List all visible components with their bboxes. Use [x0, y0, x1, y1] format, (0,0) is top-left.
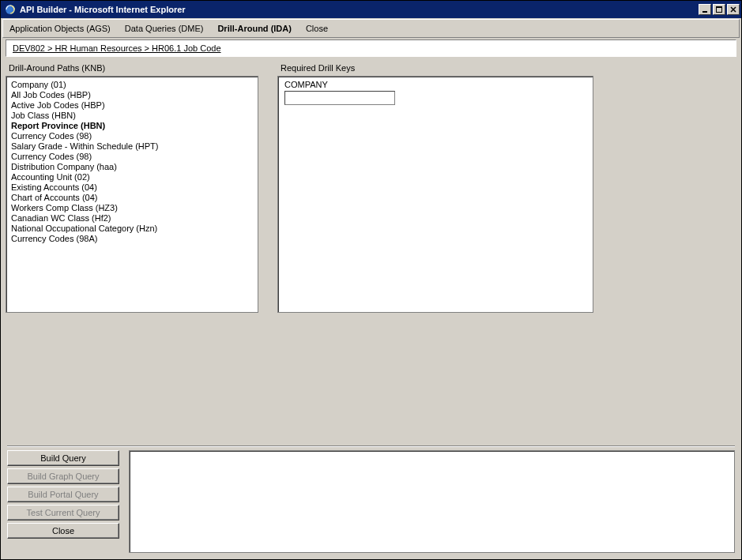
list-item[interactable]: Existing Accounts (04) [11, 182, 253, 193]
paths-label: Drill-Around Paths (KNB) [9, 63, 258, 73]
list-item[interactable]: National Occupational Category (Hzn) [11, 224, 253, 234]
menu-drill-around[interactable]: Drill-Around (IDA) [217, 24, 291, 33]
list-item[interactable]: Currency Codes (98A) [11, 234, 253, 244]
breadcrumb[interactable]: DEV802 > HR Human Resources > HR06.1 Job… [13, 43, 221, 53]
menu-close[interactable]: Close [306, 24, 328, 33]
list-item[interactable]: Canadian WC Class (Hf2) [11, 213, 253, 224]
titlebar: API Builder - Microsoft Internet Explore… [1, 1, 741, 18]
menubar: Application Objects (AGS) Data Queries (… [2, 19, 740, 38]
breadcrumb-panel: DEV802 > HR Human Resources > HR06.1 Job… [6, 39, 736, 57]
list-item[interactable]: Salary Grade - Within Schedule (HPT) [11, 141, 253, 152]
content-area: Drill-Around Paths (KNB) Company (01)All… [1, 62, 741, 559]
minimize-button[interactable] [699, 4, 711, 15]
close-button[interactable] [727, 4, 740, 15]
title-controls [699, 4, 740, 15]
build-graph-query-button[interactable]: Build Graph Query [7, 468, 119, 484]
paths-column: Drill-Around Paths (KNB) Company (01)All… [6, 62, 258, 313]
bottom-row: Build Query Build Graph Query Build Port… [6, 450, 736, 554]
button-stack: Build Query Build Graph Query Build Port… [7, 450, 119, 553]
drill-key-input[interactable] [284, 91, 395, 105]
spacer [6, 313, 736, 441]
svg-point-0 [6, 5, 15, 14]
build-portal-query-button[interactable]: Build Portal Query [7, 487, 119, 502]
columns: Drill-Around Paths (KNB) Company (01)All… [6, 62, 736, 313]
list-item[interactable]: Report Province (HBN) [11, 121, 253, 131]
list-item[interactable]: Currency Codes (98) [11, 152, 253, 162]
ie-icon [4, 3, 17, 16]
window-title: API Builder - Microsoft Internet Explore… [20, 5, 699, 14]
menu-data-queries[interactable]: Data Queries (DME) [125, 24, 204, 33]
list-item[interactable]: Currency Codes (98) [11, 131, 253, 141]
menu-application-objects[interactable]: Application Objects (AGS) [9, 24, 111, 33]
drillkeys-column: Required Drill Keys COMPANY [277, 62, 593, 313]
query-output[interactable] [129, 450, 735, 553]
list-item[interactable]: Workers Comp Class (HZ3) [11, 203, 253, 213]
close-query-button[interactable]: Close [7, 523, 119, 539]
maximize-button[interactable] [713, 4, 725, 15]
list-item[interactable]: Job Class (HBN) [11, 111, 253, 121]
list-item[interactable]: Chart of Accounts (04) [11, 193, 253, 203]
svg-rect-3 [716, 6, 722, 8]
list-item[interactable]: All Job Codes (HBP) [11, 90, 253, 100]
paths-listbox[interactable]: Company (01)All Job Codes (HBP)Active Jo… [6, 76, 258, 313]
divider [7, 445, 735, 447]
drill-key-label: COMPANY [284, 80, 586, 89]
list-item[interactable]: Distribution Company (haa) [11, 162, 253, 172]
test-current-query-button[interactable]: Test Current Query [7, 505, 119, 521]
app-window: API Builder - Microsoft Internet Explore… [0, 0, 742, 560]
list-item[interactable]: Company (01) [11, 80, 253, 90]
list-item[interactable]: Active Job Codes (HBP) [11, 100, 253, 111]
drillkeys-label: Required Drill Keys [281, 63, 593, 73]
list-item[interactable]: Accounting Unit (02) [11, 172, 253, 182]
drillkeys-panel: COMPANY [277, 76, 593, 313]
build-query-button[interactable]: Build Query [7, 450, 119, 466]
svg-rect-1 [702, 11, 707, 13]
